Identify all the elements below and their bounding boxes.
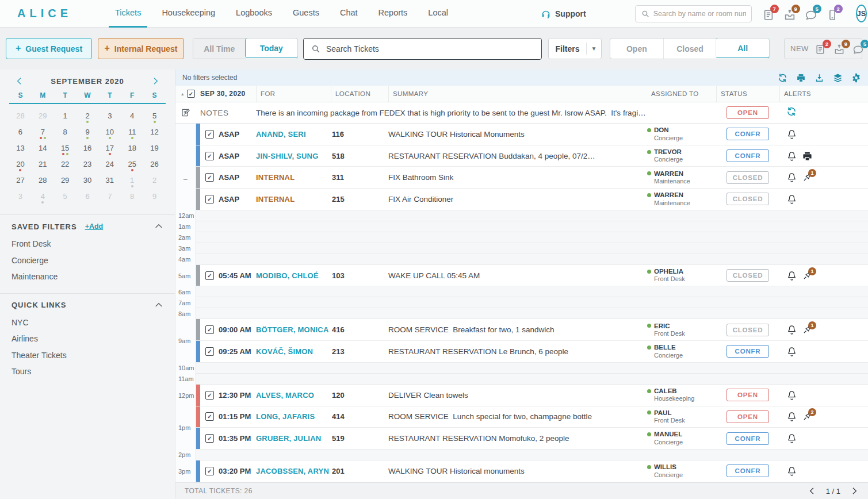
ticket-checkbox[interactable] — [205, 271, 214, 280]
calendar-day[interactable]: 29 — [32, 108, 54, 124]
status-badge[interactable]: OPEN — [726, 106, 769, 119]
guest-name[interactable]: GRUBER, JULIAN — [256, 434, 331, 443]
ticket-checkbox[interactable] — [205, 152, 214, 160]
calendar-day[interactable]: 4 — [121, 108, 143, 124]
status-badge[interactable]: CONFR — [726, 345, 769, 358]
internal-request-button[interactable]: + Internal Request — [98, 38, 184, 59]
quick-link-airlines[interactable]: Airlines — [0, 331, 175, 347]
add-filter-link[interactable]: +Add — [85, 222, 104, 231]
calendar-day[interactable]: 14 — [32, 140, 54, 156]
filters-button[interactable]: Filters ▼ — [548, 38, 602, 59]
ticket-checkbox[interactable] — [205, 173, 214, 182]
tab-housekeeping[interactable]: Housekeeping — [155, 0, 221, 28]
print-icon[interactable] — [796, 73, 806, 83]
inbox-notification[interactable]: 9 — [833, 41, 847, 56]
guest-name[interactable]: ANAND, SERI — [256, 130, 331, 139]
calendar-day[interactable]: 23 — [77, 156, 99, 172]
inbox-notification[interactable]: 9 — [783, 6, 797, 21]
ticket-row[interactable]: 09:25 AMKOVÁČ, ŠIMON213RESTAURANT RESERV… — [196, 341, 868, 363]
tab-local[interactable]: Local — [422, 0, 454, 28]
column-for[interactable]: FOR — [256, 86, 331, 102]
column-summary[interactable]: SUMMARY — [388, 86, 647, 102]
calendar-day[interactable]: 5 — [54, 188, 77, 204]
calendar-day[interactable]: 20 — [9, 156, 32, 172]
calendar-prev-icon[interactable] — [15, 76, 24, 86]
ticket-checkbox[interactable] — [205, 130, 214, 139]
status-badge[interactable]: CLOSED — [726, 324, 769, 336]
support-button[interactable]: Support — [541, 9, 586, 19]
calendar-day[interactable]: 2 — [77, 108, 99, 124]
ticket-checkbox[interactable] — [205, 195, 214, 204]
toggle-closed[interactable]: Closed — [663, 39, 717, 59]
toggle-all-time[interactable]: All Time — [193, 39, 246, 59]
calendar-day[interactable]: 21 — [32, 156, 54, 172]
guest-name[interactable]: JIN-SHILV, SUNG — [256, 152, 331, 160]
calendar-day[interactable]: 26 — [143, 156, 166, 172]
tab-logbooks[interactable]: Logbooks — [230, 0, 278, 28]
guest-name[interactable]: KOVÁČ, ŠIMON — [256, 347, 331, 356]
toggle-open[interactable]: Open — [610, 39, 663, 59]
calendar-day[interactable]: 15 — [54, 140, 77, 156]
tab-guests[interactable]: Guests — [286, 0, 326, 28]
calendar-day[interactable]: 7 — [98, 188, 121, 204]
ticket-row[interactable]: 01:15 PMLONG, JAFARIS414ROOM SERVICE Lun… — [196, 406, 868, 428]
ticket-checkbox[interactable] — [205, 347, 214, 356]
quick-link-nyc[interactable]: NYC — [0, 314, 175, 331]
ticket-row[interactable]: 05:45 AMMODIBO, CHLOÉ103WAKE UP CALL 05:… — [196, 265, 868, 287]
guest-name[interactable]: INTERNAL — [256, 195, 331, 204]
guest-name[interactable]: MODIBO, CHLOÉ — [256, 271, 331, 280]
calendar-day[interactable]: 29 — [54, 172, 77, 188]
page-prev-icon[interactable] — [808, 486, 817, 496]
calendar-day[interactable]: 12 — [143, 124, 166, 140]
calendar-day[interactable]: 3 — [9, 188, 32, 204]
column-status[interactable]: STATUS — [716, 86, 779, 102]
calendar-day[interactable]: 2 — [143, 172, 166, 188]
status-badge[interactable]: CONFR — [726, 149, 769, 162]
saved-filter-concierge[interactable]: Concierge — [0, 252, 175, 269]
ticket-row[interactable]: 09:00 AMBÖTTGER, MONICA416ROOM SERVICE B… — [196, 319, 868, 341]
column-location[interactable]: LOCATION — [331, 86, 388, 102]
calendar-next-icon[interactable] — [151, 76, 160, 86]
calendar-day[interactable]: 25 — [121, 156, 143, 172]
guest-name[interactable]: ALVES, MARCO — [256, 391, 331, 400]
chevron-up-icon[interactable] — [154, 301, 163, 310]
status-badge[interactable]: OPEN — [726, 410, 769, 423]
chevron-down-icon[interactable]: ▼ — [586, 43, 601, 55]
status-badge[interactable]: CONFR — [726, 465, 769, 477]
calendar-day[interactable]: 11 — [121, 124, 143, 140]
calendar-day[interactable]: 8 — [54, 124, 77, 140]
ticket-checkbox[interactable] — [205, 391, 214, 400]
calendar-day[interactable]: 28 — [32, 172, 54, 188]
notes-edit-icon[interactable] — [181, 108, 191, 118]
guest-name[interactable]: JACOBSSEN, ARYN — [256, 467, 331, 475]
saved-filter-front-desk[interactable]: Front Desk — [0, 236, 175, 252]
page-next-icon[interactable] — [850, 486, 859, 496]
status-badge[interactable]: CLOSED — [726, 171, 769, 184]
calendar-day[interactable]: 19 — [143, 140, 166, 156]
calendar-day[interactable]: 6 — [77, 188, 99, 204]
ticket-checkbox[interactable] — [205, 467, 214, 475]
column-alerts[interactable]: ALERTS — [779, 86, 868, 102]
sort-icon[interactable]: ▲ — [181, 92, 185, 96]
calendar-day[interactable]: 4 — [32, 188, 54, 204]
status-badge[interactable]: CONFR — [726, 128, 769, 140]
ticket-search-input[interactable] — [326, 44, 534, 53]
column-date[interactable]: SEP 30, 2020 — [196, 86, 256, 102]
status-badge[interactable]: OPEN — [726, 389, 769, 401]
toggle-today[interactable]: Today — [245, 38, 299, 58]
chat-notification[interactable]: 5 — [805, 6, 819, 21]
ticket-row[interactable]: 12:30 PMALVES, MARCO120DELIVER Clean tow… — [196, 385, 868, 406]
ticket-checkbox[interactable] — [205, 325, 214, 334]
calendar-day[interactable]: 16 — [77, 140, 99, 156]
ticket-row[interactable]: ASAPINTERNAL311FIX Bathroom SinkWARRENMa… — [196, 167, 868, 189]
ticket-row[interactable]: ASAPANAND, SERI116WALKING TOUR Historica… — [196, 124, 868, 145]
guest-search-input[interactable] — [653, 10, 746, 18]
tab-chat[interactable]: Chat — [334, 0, 364, 28]
calendar-day[interactable]: 3 — [98, 108, 121, 124]
ticket-row[interactable]: 01:35 PMGRUBER, JULIAN519RESTAURANT RESE… — [196, 428, 868, 450]
guest-name[interactable]: BÖTTGER, MONICA — [256, 325, 331, 334]
calendar-day[interactable]: 24 — [98, 156, 121, 172]
status-badge[interactable]: CLOSED — [726, 269, 769, 282]
toggle-all[interactable]: All — [716, 38, 770, 58]
download-icon[interactable] — [815, 73, 824, 83]
